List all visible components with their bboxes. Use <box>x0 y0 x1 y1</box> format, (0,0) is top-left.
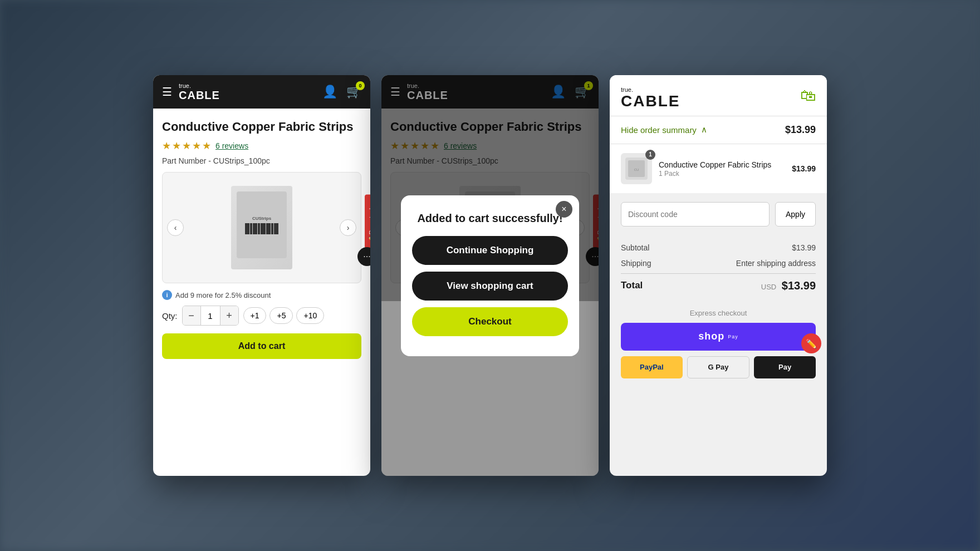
discount-info-1: i Add 9 more for 2.5% discount <box>162 290 361 300</box>
cart-badge-1: 0 <box>356 81 365 90</box>
bl5 <box>261 223 265 234</box>
next-image-btn-1[interactable]: › <box>340 219 356 236</box>
discount-text-1: Add 9 more for 2.5% discount <box>175 291 271 299</box>
modal-close-btn[interactable]: × <box>556 201 572 218</box>
edit-icon-tab-1: ✏️ <box>367 237 370 244</box>
qty-presets-1: +1 +5 +10 <box>243 307 325 324</box>
order-totals: Subtotal $13.99 Shipping Enter shipping … <box>610 235 827 304</box>
other-payments: PayPal G Pay Pay <box>621 356 816 378</box>
express-label: Express checkout <box>621 309 816 317</box>
bl2 <box>250 223 252 234</box>
report-bug-tab-1[interactable]: ✏️ Report a bug <box>365 195 370 249</box>
bl7 <box>271 223 273 234</box>
modal-overlay[interactable]: × Added to cart successfully! Continue S… <box>381 75 599 476</box>
qty-value-1[interactable]: 1 <box>200 306 220 325</box>
order-logo: true. CABLE <box>621 86 680 110</box>
item-img-wrap: CU 1 <box>621 153 652 184</box>
barcode-1 <box>245 223 278 234</box>
order-items: CU 1 Conductive Copper Fabric Strips 1 P… <box>610 144 827 193</box>
qty-plus-1[interactable]: + <box>220 306 238 325</box>
subtotal-row: Subtotal $13.99 <box>621 240 816 255</box>
item-price: $13.99 <box>792 164 816 173</box>
add-to-cart-btn-1[interactable]: Add to cart <box>162 333 361 359</box>
bl1 <box>245 223 249 234</box>
apply-discount-btn[interactable]: Apply <box>775 202 816 227</box>
bl6 <box>266 223 271 234</box>
order-logo-cable: CABLE <box>621 93 680 110</box>
logo-cable-1: CABLE <box>179 89 220 101</box>
order-header: true. CABLE 🛍 <box>610 75 827 116</box>
applepay-btn[interactable]: Pay <box>754 356 816 378</box>
star-5: ★ <box>202 140 211 152</box>
pay-text: Pay <box>728 334 738 340</box>
shop-text: shop <box>698 331 724 342</box>
item-quantity-badge: 1 <box>645 150 655 160</box>
product-title-1: Conductive Copper Fabric Strips <box>162 120 361 134</box>
shipping-label: Shipping <box>621 259 651 268</box>
header-1: ☰ true. CABLE 👤 🛒 0 <box>153 75 370 109</box>
user-icon-1[interactable]: 👤 <box>322 85 337 99</box>
googlepay-btn[interactable]: G Pay <box>687 356 750 378</box>
qty-preset-10-1[interactable]: +10 <box>296 307 324 324</box>
summary-total-price: $13.99 <box>785 124 816 136</box>
paypal-btn[interactable]: PayPal <box>621 356 683 378</box>
total-label: Total <box>621 280 643 291</box>
stars-row-1: ★ ★ ★ ★ ★ 6 reviews <box>162 140 361 152</box>
star-1: ★ <box>162 140 171 152</box>
toggle-left: Hide order summary ∧ <box>621 125 707 135</box>
order-summary-toggle[interactable]: Hide order summary ∧ $13.99 <box>610 116 827 144</box>
shipping-row: Shipping Enter shipping address <box>621 255 816 271</box>
order-item-1: CU 1 Conductive Copper Fabric Strips 1 P… <box>621 153 816 184</box>
product-image-1: CUStrips <box>231 186 292 269</box>
chevron-up-icon: ∧ <box>701 125 707 135</box>
cart-wrapper-1[interactable]: 🛒 0 <box>346 85 361 99</box>
continue-shopping-btn[interactable]: Continue Shopping <box>412 236 568 265</box>
modal-title: Added to cart successfully! <box>412 212 568 225</box>
item-details: Conductive Copper Fabric Strips 1 Pack <box>659 160 785 178</box>
bl8 <box>274 223 278 234</box>
product-image-area-1: ‹ CUStrips <box>162 172 361 283</box>
hide-summary-label: Hide order summary <box>621 125 697 135</box>
item-name: Conductive Copper Fabric Strips <box>659 160 785 170</box>
screens-container: ☰ true. CABLE 👤 🛒 0 Conductive Copper Fa… <box>153 75 827 476</box>
edit-btn-red[interactable]: ✏️ <box>801 333 821 353</box>
qty-minus-1[interactable]: − <box>183 306 200 325</box>
panel-2-modal: ☰ true. CABLE 👤 🛒 1 Conductive Copper Fa… <box>381 75 599 476</box>
checkout-btn[interactable]: Checkout <box>412 307 568 336</box>
star-2: ★ <box>172 140 181 152</box>
logo-1: true. CABLE <box>179 83 220 101</box>
svg-text:CU: CU <box>634 168 639 171</box>
star-3: ★ <box>182 140 191 152</box>
modal-box: × Added to cart successfully! Continue S… <box>401 195 579 356</box>
info-icon-1: i <box>162 290 172 300</box>
subtotal-value: $13.99 <box>792 243 816 252</box>
hamburger-icon-1[interactable]: ☰ <box>162 85 172 99</box>
shop-pay-inner: shop Pay <box>698 331 738 342</box>
qty-preset-1-1[interactable]: +1 <box>243 307 267 324</box>
part-number-1: Part Number - CUStrips_100pc <box>162 156 361 165</box>
total-currency: USD <box>761 283 776 291</box>
subtotal-label: Subtotal <box>621 243 649 252</box>
dots-btn-1[interactable]: ··· <box>357 247 370 266</box>
prev-image-btn-1[interactable]: ‹ <box>167 219 184 236</box>
qty-preset-5-1[interactable]: +5 <box>270 307 293 324</box>
total-row: Total USD $13.99 <box>621 273 816 296</box>
bl4 <box>258 223 260 234</box>
item-img-svg: CU <box>625 158 648 180</box>
qty-stepper-1[interactable]: − 1 + <box>182 306 239 326</box>
total-amount: $13.99 <box>782 279 816 292</box>
product-image-inner-1: CUStrips <box>237 191 287 258</box>
express-checkout: Express checkout shop Pay PayPal G Pay P… <box>610 304 827 383</box>
logo-true-1: true. <box>179 83 220 89</box>
discount-code-input[interactable] <box>621 202 770 227</box>
shipping-value: Enter shipping address <box>736 259 816 268</box>
product-content-1: Conductive Copper Fabric Strips ★ ★ ★ ★ … <box>153 109 370 370</box>
view-cart-btn[interactable]: View shopping cart <box>412 272 568 301</box>
report-bug-label-1: Report a bug <box>368 199 371 235</box>
qty-row-1: Qty: − 1 + +1 +5 +10 <box>162 306 361 326</box>
reviews-link-1[interactable]: 6 reviews <box>215 141 248 150</box>
stars-1: ★ ★ ★ ★ ★ <box>162 140 211 152</box>
cart-icon-order[interactable]: 🛍 <box>800 86 816 105</box>
shop-pay-btn[interactable]: shop Pay <box>621 323 816 351</box>
panel-1-product-page: ☰ true. CABLE 👤 🛒 0 Conductive Copper Fa… <box>153 75 370 476</box>
